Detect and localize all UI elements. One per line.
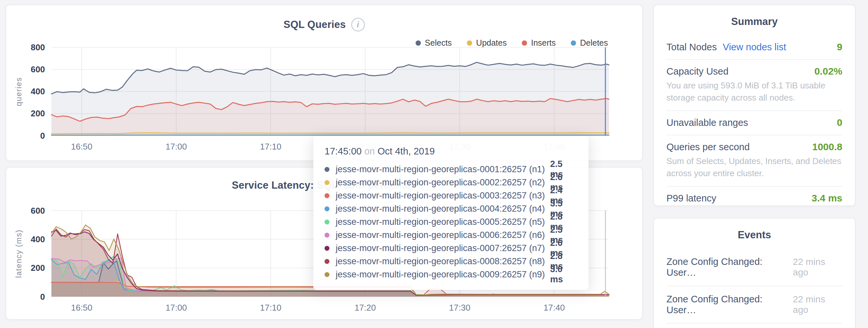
tooltip-row: jesse-movr-multi-region-georeplicas-0004… <box>324 202 577 215</box>
x-tick-label: 17:10 <box>260 303 281 312</box>
x-tick-label: 17:00 <box>165 303 187 312</box>
y-axis-unit-label: latency (ms) <box>14 229 23 278</box>
tooltip-timestamp: 17:45:00 on Oct 4th, 2019 <box>324 146 577 157</box>
node-name: jesse-movr-multi-region-georeplicas-0006… <box>336 230 545 240</box>
tooltip-on: on <box>364 146 375 157</box>
legend-dot-icon <box>415 40 421 46</box>
summary-subtext: Sum of Selects, Updates, Inserts, and De… <box>666 155 842 179</box>
node-name: jesse-movr-multi-region-georeplicas-0003… <box>336 191 545 201</box>
series-dot-icon <box>324 246 330 251</box>
tooltip-row: jesse-movr-multi-region-georeplicas-0008… <box>324 255 577 268</box>
summary-value: 0 <box>837 117 842 128</box>
events-list: Zone Config Changed: User…22 mins agoZon… <box>666 249 842 328</box>
info-icon[interactable]: i <box>351 18 365 32</box>
summary-label: Queries per second <box>666 142 750 153</box>
x-tick-label: 17:20 <box>354 303 376 312</box>
summary-label: P99 latency <box>666 193 716 204</box>
legend-dot-icon <box>522 40 527 46</box>
summary-row-capacity-used: Capacity Used 0.02% You are using 593.0 … <box>666 59 842 110</box>
legend-label: Selects <box>425 38 452 48</box>
tooltip-row: jesse-movr-multi-region-georeplicas-0009… <box>324 268 577 281</box>
node-name: jesse-movr-multi-region-georeplicas-0009… <box>336 269 545 280</box>
legend-label: Deletes <box>580 38 608 48</box>
legend-dot-icon <box>571 40 576 46</box>
summary-label: Total Nodes <box>666 42 717 53</box>
tooltip-time: 17:45:00 <box>324 146 362 157</box>
summary-value: 0.02% <box>814 66 842 77</box>
event-row[interactable]: Zone Config Changed: User…22 mins ago <box>666 323 842 328</box>
legend-item-deletes[interactable]: Deletes <box>571 38 608 48</box>
y-tick-label: 600 <box>31 206 45 215</box>
event-label: Zone Config Changed: User… <box>666 294 793 316</box>
summary-title: Summary <box>666 5 842 35</box>
node-name: jesse-movr-multi-region-georeplicas-0004… <box>336 204 545 214</box>
summary-row-total-nodes: Total Nodes View nodes list 9 <box>666 35 842 59</box>
series-dot-icon <box>324 220 330 225</box>
series-dot-icon <box>324 206 330 211</box>
event-row[interactable]: Zone Config Changed: User…22 mins ago <box>666 286 842 323</box>
series-areas <box>52 62 609 136</box>
y-tick-label: 0 <box>40 292 45 301</box>
node-latency-value: 3.0 ms <box>550 264 577 285</box>
tooltip-date: Oct 4th, 2019 <box>377 146 435 157</box>
legend-dot-icon <box>467 40 472 46</box>
event-row[interactable]: Zone Config Changed: User…22 mins ago <box>666 249 842 286</box>
legend-item-updates[interactable]: Updates <box>467 38 507 48</box>
event-time: 22 mins ago <box>793 257 842 278</box>
node-name: jesse-movr-multi-region-georeplicas-0002… <box>336 177 545 188</box>
chart-tooltip: 17:45:00 on Oct 4th, 2019 jesse-movr-mul… <box>313 136 589 290</box>
summary-subtext: You are using 593.0 MiB of 3.1 TiB usabl… <box>666 79 842 104</box>
legend-label: Inserts <box>531 38 556 48</box>
series-dot-icon <box>324 167 330 172</box>
view-nodes-link[interactable]: View nodes list <box>723 42 786 53</box>
tooltip-rows: jesse-movr-multi-region-georeplicas-0001… <box>324 163 577 281</box>
x-tick-label: 16:50 <box>71 303 92 312</box>
x-tick-label: 16:50 <box>71 142 92 151</box>
series-dot-icon <box>324 180 330 185</box>
events-title: Events <box>666 219 842 249</box>
node-name: jesse-movr-multi-region-georeplicas-0007… <box>336 243 545 253</box>
y-tick-label: 800 <box>31 43 45 52</box>
y-tick-label: 400 <box>31 235 45 244</box>
legend-item-selects[interactable]: Selects <box>415 38 452 48</box>
tooltip-row: jesse-movr-multi-region-georeplicas-0006… <box>324 228 577 241</box>
summary-value: 9 <box>837 41 842 53</box>
y-tick-label: 200 <box>31 109 45 118</box>
event-time: 22 mins ago <box>793 294 842 315</box>
x-tick-label: 17:00 <box>165 142 187 151</box>
node-name: jesse-movr-multi-region-georeplicas-0008… <box>336 256 545 266</box>
node-name: jesse-movr-multi-region-georeplicas-0001… <box>336 164 545 174</box>
tooltip-row: jesse-movr-multi-region-georeplicas-0001… <box>324 163 577 176</box>
sql-queries-header: SQL Queries i <box>6 18 642 32</box>
y-tick-label: 0 <box>40 131 45 140</box>
legend-label: Updates <box>476 38 507 48</box>
tooltip-row: jesse-movr-multi-region-georeplicas-0002… <box>324 176 577 189</box>
y-axis-unit-label: queries <box>14 77 23 106</box>
x-tick-label: 17:40 <box>544 303 565 312</box>
summary-value: 1000.8 <box>812 141 842 153</box>
x-tick-label: 17:30 <box>449 303 470 312</box>
x-tick-label: 17:10 <box>260 142 281 151</box>
series-dot-icon <box>324 259 330 264</box>
tooltip-row: jesse-movr-multi-region-georeplicas-0005… <box>324 215 577 228</box>
summary-row-queries-per-second: Queries per second 1000.8 Sum of Selects… <box>666 135 842 186</box>
y-tick-label: 200 <box>31 263 45 272</box>
series-dot-icon <box>324 233 330 238</box>
node-name: jesse-movr-multi-region-georeplicas-0005… <box>336 217 545 227</box>
event-label: Zone Config Changed: User… <box>666 256 793 278</box>
summary-row-unavailable-ranges: Unavailable ranges 0 <box>666 110 842 135</box>
y-tick-label: 400 <box>31 87 45 96</box>
series-dot-icon <box>324 193 330 198</box>
legend-item-inserts[interactable]: Inserts <box>522 38 556 48</box>
chart-title: SQL Queries <box>283 19 346 31</box>
tooltip-row: jesse-movr-multi-region-georeplicas-0003… <box>324 189 577 202</box>
summary-label: Unavailable ranges <box>666 117 748 128</box>
series-dot-icon <box>324 272 330 277</box>
summary-row-p99-latency: P99 latency 3.4 ms <box>666 186 842 210</box>
y-tick-label: 600 <box>31 65 45 74</box>
summary-value: 3.4 ms <box>812 193 842 204</box>
summary-panel: Summary Total Nodes View nodes list 9 Ca… <box>653 5 856 206</box>
summary-label: Capacity Used <box>666 66 728 77</box>
chart-legend: SelectsUpdatesInsertsDeletes <box>415 38 608 48</box>
tooltip-row: jesse-movr-multi-region-georeplicas-0007… <box>324 241 577 255</box>
